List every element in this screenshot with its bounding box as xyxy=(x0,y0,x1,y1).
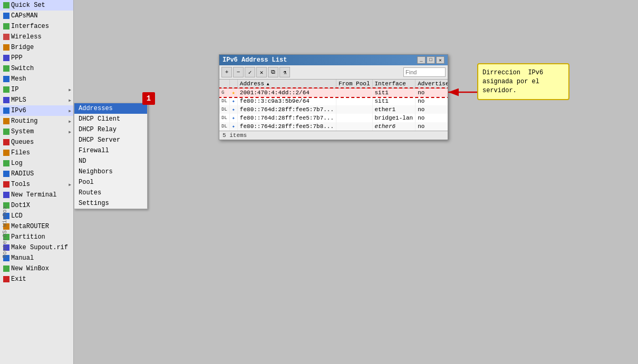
sidebar-item-capsman[interactable]: CAPsMAN xyxy=(0,11,73,21)
row-interface: sit1 xyxy=(372,97,415,105)
add-button[interactable]: + xyxy=(221,67,232,77)
row-flags: G xyxy=(219,88,229,97)
sidebar-item-system[interactable]: System xyxy=(0,126,73,137)
enable-button[interactable]: ✓ xyxy=(245,67,255,77)
copy-button[interactable]: ⧉ xyxy=(268,67,278,77)
sidebar-item-label: Manual xyxy=(11,254,34,262)
disable-button[interactable]: ✕ xyxy=(256,67,267,77)
sidebar-item-new-terminal[interactable]: New Terminal xyxy=(0,190,73,200)
col-address[interactable]: Address xyxy=(237,80,336,88)
submenu-item-dhcp-server[interactable]: DHCP Server xyxy=(74,135,147,145)
row-advertise: no xyxy=(415,122,448,131)
close-button[interactable]: ✕ xyxy=(436,56,444,64)
mpls-icon xyxy=(3,97,9,103)
row-advertise: no xyxy=(415,114,448,122)
sidebar-item-label: Queues xyxy=(11,139,34,146)
sidebar-item-dot1x[interactable]: Dot1X xyxy=(0,200,73,211)
ip-icon xyxy=(3,86,9,93)
submenu-item-neighbors[interactable]: Neighbors xyxy=(74,166,147,177)
sidebar-item-metarouter[interactable]: MetaROUTER xyxy=(0,221,73,232)
row-icon: ✦ xyxy=(229,114,237,122)
find-input[interactable] xyxy=(403,67,446,77)
table-row[interactable]: DL ✦ fe80::764d:28ff:fee5:7b7... ether1 … xyxy=(219,105,448,114)
sidebar-item-files[interactable]: Files xyxy=(0,147,73,158)
submenu-item-pool[interactable]: Pool xyxy=(74,177,147,188)
sidebar-item-label: CAPsMAN xyxy=(11,12,37,19)
sidebar-item-mesh[interactable]: Mesh xyxy=(0,74,73,84)
table-row[interactable]: DL ✦ fe80::3:c9a3:5b9e/64 sit1 no xyxy=(219,97,448,105)
sidebar-item-radius[interactable]: RADIUS xyxy=(0,169,73,179)
table-row[interactable]: G ★ 2001:470:4:4dd::2/64 sit1 no xyxy=(219,88,448,97)
submenu-item-routes[interactable]: Routes xyxy=(74,188,147,198)
sidebar-item-label: Dot1X xyxy=(11,202,30,209)
sidebar-item-lcd[interactable]: LCD xyxy=(0,211,73,221)
sidebar-item-wireless[interactable]: Wireless xyxy=(0,32,73,42)
sidebar-item-manual[interactable]: Manual xyxy=(0,253,73,263)
row-flags: DL xyxy=(219,97,229,105)
sidebar-item-ppp[interactable]: PPP xyxy=(0,53,73,63)
maximize-button[interactable]: □ xyxy=(427,56,435,64)
sidebar-item-label: RADIUS xyxy=(11,170,34,178)
sidebar-item-quick-set[interactable]: Quick Set xyxy=(0,0,73,11)
sidebar-item-ipv6[interactable]: IPv6 xyxy=(0,105,73,116)
submenu-item-nd[interactable]: ND xyxy=(74,156,147,166)
row-from-pool xyxy=(336,105,372,114)
window-titlebar: IPv6 Address List _ □ ✕ xyxy=(219,55,448,65)
partition-icon xyxy=(3,234,9,240)
sidebar-item-interfaces[interactable]: Interfaces xyxy=(0,21,73,32)
submenu-item-addresses[interactable]: Addresses xyxy=(74,103,147,114)
submenu-item-settings[interactable]: Settings xyxy=(74,198,147,209)
sidebar-item-ip[interactable]: IP xyxy=(0,84,73,95)
new-winbox-icon xyxy=(3,265,9,272)
row-flags: DL xyxy=(219,105,229,114)
log-icon xyxy=(3,160,9,166)
submenu-item-firewall[interactable]: Firewall xyxy=(74,145,147,156)
row-advertise: no xyxy=(415,88,448,97)
col-interface[interactable]: Interface xyxy=(372,80,415,88)
row-interface: ether1 xyxy=(372,105,415,114)
sidebar-item-label: Switch xyxy=(11,65,34,72)
row-from-pool xyxy=(336,122,372,131)
row-address: fe80::764d:28ff:fee5:7b8... xyxy=(237,122,336,131)
table-row[interactable]: DL ✦ fe80::764d:28ff:fee5:7b8... ether6 … xyxy=(219,122,448,131)
sidebar-item-mpls[interactable]: MPLS xyxy=(0,95,73,105)
sidebar-item-label: Exit xyxy=(11,276,26,283)
sidebar-item-switch[interactable]: Switch xyxy=(0,63,73,74)
remove-button[interactable]: − xyxy=(233,67,244,77)
row-icon: ★ xyxy=(229,88,237,97)
sidebar-item-exit[interactable]: Exit xyxy=(0,274,73,284)
row-flags: DL xyxy=(219,122,229,131)
table-row[interactable]: DL ✦ fe80::764d:28ff:fee5:7b7... bridge1… xyxy=(219,114,448,122)
row-advertise: no xyxy=(415,97,448,105)
sidebar-item-log[interactable]: Log xyxy=(0,158,73,169)
system-icon xyxy=(3,129,9,135)
minimize-button[interactable]: _ xyxy=(417,56,426,64)
sidebar-item-bridge[interactable]: Bridge xyxy=(0,42,73,53)
col-advertise[interactable]: Advertise xyxy=(415,80,448,88)
exit-icon xyxy=(3,276,9,282)
row-advertise: no xyxy=(415,105,448,114)
quick-set-icon xyxy=(3,2,9,8)
window-controls: _ □ ✕ xyxy=(417,56,444,64)
radius-icon xyxy=(3,171,9,177)
row-from-pool xyxy=(336,88,372,97)
sidebar-item-queues[interactable]: Queues xyxy=(0,137,73,147)
submenu-item-dhcp-client[interactable]: DHCP Client xyxy=(74,114,147,124)
sidebar-item-tools[interactable]: Tools xyxy=(0,179,73,190)
sidebar-item-make-supout[interactable]: Make Supout.rif xyxy=(0,242,73,253)
filter-button[interactable]: ⚗ xyxy=(279,67,290,77)
terminal-icon xyxy=(3,192,9,198)
routing-icon xyxy=(3,118,9,124)
sidebar-item-label: Tools xyxy=(11,181,30,188)
col-flags xyxy=(219,80,229,88)
sidebar-item-label: Wireless xyxy=(11,33,42,41)
row-interface: sit1 xyxy=(372,88,415,97)
row-address: fe80::3:c9a3:5b9e/64 xyxy=(237,97,336,105)
sidebar-item-label: System xyxy=(11,128,34,135)
sidebar-item-label: Interfaces xyxy=(11,23,49,30)
submenu-item-dhcp-relay[interactable]: DHCP Relay xyxy=(74,124,147,135)
sidebar-item-partition[interactable]: Partition xyxy=(0,232,73,242)
col-from-pool[interactable]: From Pool xyxy=(336,80,372,88)
sidebar-item-new-winbox[interactable]: New WinBox xyxy=(0,263,73,274)
sidebar-item-routing[interactable]: Routing xyxy=(0,116,73,126)
